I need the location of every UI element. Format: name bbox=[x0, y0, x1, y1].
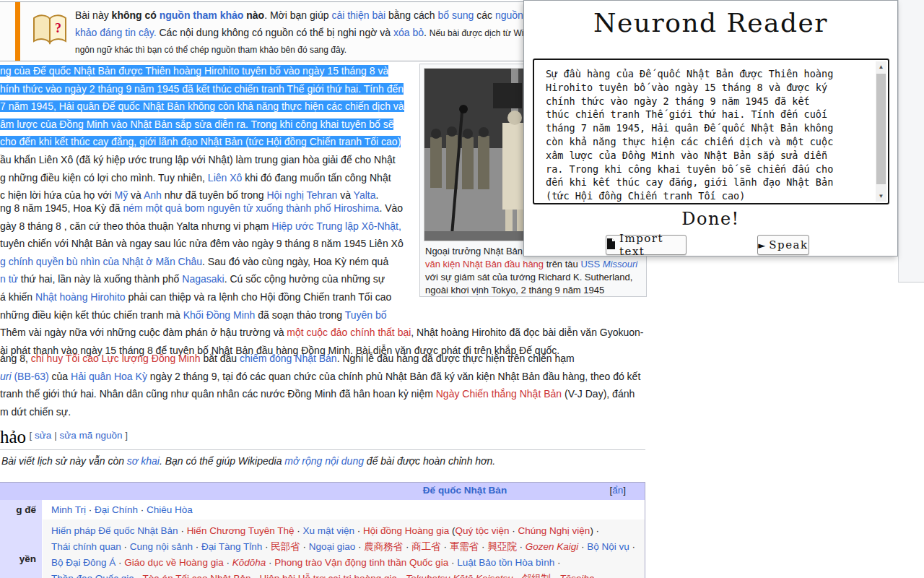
wiki-link[interactable]: ẩn bbox=[612, 485, 623, 496]
red-link[interactable]: Chúng Nghị viện bbox=[518, 525, 590, 536]
text-line: Đế quốc Nhật Bản bbox=[423, 485, 507, 496]
wiki-link[interactable]: Bộ Đại Đông Á bbox=[51, 557, 116, 568]
wiki-link[interactable]: chiếm đóng Nhật Bản bbox=[240, 353, 337, 364]
text-line: uri (BB-63) của Hải quân Hoa Kỳ ngày 2 t… bbox=[0, 368, 657, 386]
text: ngôn ngữ khác thì bạn có thể chép nguồn … bbox=[75, 45, 346, 55]
wiki-link[interactable]: g chính quyền bù nhìn của Nhật ở Mãn Châ… bbox=[0, 256, 202, 267]
import-text-button[interactable]: Import text bbox=[606, 235, 687, 255]
wiki-link[interactable]: Minh Trị bbox=[51, 504, 86, 515]
red-link[interactable]: Gozen Kaigi bbox=[526, 541, 579, 552]
wiki-link[interactable]: khảo đáng tin cậy. bbox=[75, 27, 157, 38]
wiki-link[interactable]: Missouri bbox=[603, 259, 637, 269]
wiki-link[interactable]: (BB-63) bbox=[12, 371, 49, 382]
red-link[interactable]: văn kiện Nhật Bản đầu hàng bbox=[425, 259, 544, 269]
wiki-link[interactable]: Cung nội sảnh bbox=[130, 541, 193, 552]
text: đến khi kết thúc cay đắng, giới lãnh đạo… bbox=[546, 176, 833, 188]
wiki-link[interactable]: Đại Tàng Tỉnh bbox=[201, 541, 262, 552]
wiki-link[interactable]: Thái chính quan bbox=[51, 541, 121, 552]
wiki-link[interactable]: n tử bbox=[0, 273, 18, 285]
text: · bbox=[578, 541, 587, 552]
wiki-link[interactable]: Khối Đồng Minh bbox=[183, 309, 256, 321]
wiki-link[interactable]: Hiệp ước Trung lập Xô-Nhật, bbox=[271, 220, 401, 232]
text-line: tháng 7 năm 1945, Hải quân Đế quốc Nhật … bbox=[546, 121, 872, 135]
red-link[interactable]: Hội đồng Hoàng gia bbox=[363, 525, 449, 536]
scrollbar-thumb[interactable] bbox=[876, 74, 886, 184]
red-link[interactable]: Tokubetsu Kōtō Keisatsu bbox=[406, 573, 513, 578]
wiki-link[interactable]: Luật Bảo tồn Hòa bình bbox=[457, 557, 554, 568]
red-link[interactable]: 農商務省 bbox=[364, 541, 403, 552]
text: ra. Trong khi công khai tuyên bố sẽ chiế… bbox=[546, 163, 833, 175]
text-line: Sự đầu hàng của Đế quốc Nhật Bản được Th… bbox=[546, 67, 872, 81]
wiki-link[interactable]: mở rộng nội dung bbox=[284, 455, 364, 467]
red-link[interactable]: chỉ huy Tối cao Lực lượng Đồng Minh bbox=[31, 353, 201, 364]
text-line: [ẩn] bbox=[609, 485, 626, 496]
wiki-link[interactable]: Hải quân Hoa Kỳ bbox=[71, 371, 147, 382]
red-link[interactable]: Quý tộc viện bbox=[456, 525, 510, 536]
reader-textarea[interactable]: Sự đầu hàng của Đế quốc Nhật Bản được Th… bbox=[533, 59, 889, 204]
wiki-link[interactable]: Ngoại giao bbox=[309, 541, 356, 552]
text-line: Bộ Đại Đông Á · Giáo dục về Hoàng gia · … bbox=[51, 555, 645, 571]
text: · bbox=[116, 557, 124, 568]
red-link[interactable]: Tòa án Tối cao Nhật Bản bbox=[143, 573, 251, 578]
wiki-link[interactable]: Nagasaki bbox=[182, 273, 224, 285]
wiki-link[interactable]: nguồn tham khảo bbox=[160, 9, 244, 21]
speak-button[interactable]: ► Speak bbox=[757, 235, 809, 255]
navbox-title-link[interactable]: Đế quốc Nhật Bản bbox=[423, 485, 507, 496]
wiki-link[interactable]: Liên Xô bbox=[208, 172, 242, 184]
textarea-scrollbar[interactable]: ▲ ▼ bbox=[876, 61, 886, 202]
wiki-link[interactable]: bổ sung bbox=[438, 9, 474, 21]
text: tháng 7 năm 1945, Hải quân Đế quốc Nhật … bbox=[546, 122, 833, 134]
text: khi đó đang muốn tấn công Nhật bbox=[242, 172, 391, 184]
wiki-link[interactable]: Chiêu Hòa bbox=[147, 504, 193, 515]
red-link[interactable]: Kōdōha bbox=[232, 557, 266, 568]
wiki-link[interactable]: ném một quả bom nguyên tử xuống thành ph… bbox=[123, 202, 379, 214]
text-line: còn khả năng thực hiện các chiến dịch và… bbox=[546, 135, 872, 149]
scroll-up-icon[interactable]: ▲ bbox=[876, 61, 886, 72]
red-link[interactable]: một cuộc đảo chính thất bại bbox=[287, 327, 411, 338]
text: · bbox=[397, 573, 406, 578]
wiki-link[interactable]: sửa bbox=[35, 430, 51, 441]
text: trên tàu bbox=[544, 259, 580, 269]
wiki-link[interactable]: Nhật hoàng Hirohito bbox=[35, 291, 126, 303]
text-line: [ sửa | sửa mã nguồn ] bbox=[30, 430, 128, 441]
wiki-link[interactable]: cải thiện bài bbox=[331, 9, 385, 21]
wiki-link[interactable]: Bộ Nội vụ bbox=[587, 541, 629, 552]
reader-text-content: Sự đầu hàng của Đế quốc Nhật Bản được Th… bbox=[546, 67, 872, 203]
wiki-link[interactable]: xóa bỏ bbox=[393, 27, 424, 38]
text: · bbox=[262, 541, 271, 552]
wiki-link[interactable]: uri bbox=[0, 371, 12, 382]
text: Hirohito tuyên bố vào ngày 15 tháng 8 và… bbox=[546, 82, 827, 93]
red-link[interactable]: Hiệp hội Hỗ trợ cai trị hoàng gia bbox=[259, 573, 396, 578]
red-link[interactable]: 興亞院 bbox=[487, 541, 517, 552]
red-link[interactable]: Giáo dục về Hoàng gia bbox=[124, 557, 223, 568]
wiki-link[interactable]: Đế quốc Nhật Bản bbox=[423, 485, 507, 496]
red-link[interactable]: Ngày Chiến thắng Nhật Bản bbox=[436, 388, 562, 400]
book-question-icon: ? bbox=[31, 12, 69, 50]
navbox-title-bar: Đế quốc Nhật Bản [ẩn] bbox=[0, 483, 645, 500]
wiki-link[interactable]: USS bbox=[580, 259, 602, 269]
text: Sự đầu hàng của Đế quốc Nhật Bản được Th… bbox=[546, 68, 833, 79]
wiki-link[interactable]: Đại Chính bbox=[95, 504, 138, 515]
wiki-link[interactable]: Thần đạo Quốc gia bbox=[51, 573, 134, 578]
wiki-link[interactable]: Hiến pháp Đế quốc Nhật Bản bbox=[51, 525, 178, 536]
red-link[interactable]: Hiến Chương Tuyên Thệ bbox=[187, 525, 295, 536]
wiki-link[interactable]: sơ khai bbox=[127, 455, 160, 467]
navbox-hide-link[interactable]: [ẩn] bbox=[609, 485, 626, 496]
text: ng của Đế quốc Nhật Bản được Thiên hoàng… bbox=[0, 65, 388, 77]
red-link[interactable]: 邻组制 bbox=[522, 573, 552, 578]
red-link[interactable]: 商工省 bbox=[411, 541, 441, 552]
red-link[interactable]: Tōseiha bbox=[559, 573, 594, 578]
red-link[interactable]: Phong trào Vận động tinh thần Quốc gia bbox=[274, 557, 448, 568]
text: ngày 2 tháng 9, tại đó các quan chức của… bbox=[147, 371, 640, 382]
edit-section-links[interactable]: [ sửa | sửa mã nguồn ] bbox=[30, 430, 128, 441]
popup-scrollbar-gutter[interactable] bbox=[898, 0, 924, 282]
scroll-down-icon[interactable]: ▼ bbox=[876, 191, 886, 202]
red-link[interactable]: 軍需省 bbox=[450, 541, 479, 552]
wiki-link[interactable]: Xu mật viện bbox=[303, 525, 354, 536]
text: ] bbox=[623, 485, 626, 496]
wiki-link[interactable]: sửa mã nguồn bbox=[59, 430, 122, 441]
text: còn khả năng thực hiện các chiến dịch và… bbox=[546, 136, 833, 147]
red-link[interactable]: 民部省 bbox=[271, 541, 300, 552]
neurond-reader-popup: Neurond Reader Sự đầu hàng của Đế quốc N… bbox=[523, 0, 898, 256]
wiki-link[interactable]: Tuyên bố bbox=[345, 309, 387, 321]
